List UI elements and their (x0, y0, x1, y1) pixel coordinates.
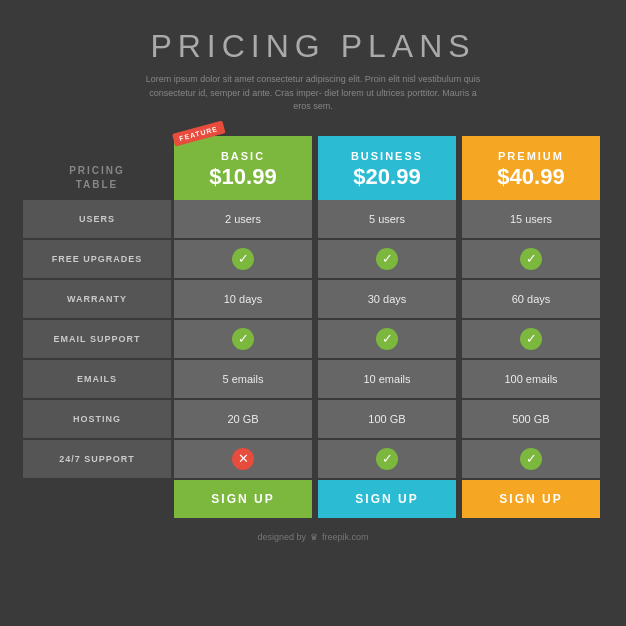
row-cell: 500 GB (462, 400, 600, 438)
check-icon: ✓ (376, 328, 398, 350)
table-row: EMAIL SUPPORT✓✓✓ (23, 320, 603, 358)
table-row: FREE UPGRADES✓✓✓ (23, 240, 603, 278)
row-label: 24/7 SUPPORT (23, 440, 171, 478)
subtitle: Lorem ipsum dolor sit amet consectetur a… (143, 73, 483, 114)
row-cell: 100 GB (318, 400, 456, 438)
crown-icon: ♛ (310, 532, 318, 542)
row-cell: ✕ (174, 440, 312, 478)
main-title: PRICING PLANS (20, 28, 606, 65)
check-icon: ✓ (520, 448, 542, 470)
plan-header-business: BUSINESS $20.99 (318, 136, 456, 200)
plan-price-basic: $10.99 (182, 164, 304, 190)
row-cell: ✓ (318, 240, 456, 278)
table-row: USERS2 users5 users15 users (23, 200, 603, 238)
signup-row: SIGN UP SIGN UP SIGN UP (23, 480, 603, 518)
table-label: PRICINGTABLE (23, 156, 171, 200)
cross-icon: ✕ (232, 448, 254, 470)
row-cell: 5 emails (174, 360, 312, 398)
footer-text: designed by (257, 532, 306, 542)
plan-name-premium: PREMIUM (470, 150, 592, 162)
row-cell: 10 emails (318, 360, 456, 398)
row-cell: 60 days (462, 280, 600, 318)
row-cell: 5 users (318, 200, 456, 238)
signup-premium[interactable]: SIGN UP (462, 480, 600, 518)
check-icon: ✓ (376, 248, 398, 270)
row-cell: ✓ (174, 240, 312, 278)
signup-business[interactable]: SIGN UP (318, 480, 456, 518)
plan-price-business: $20.99 (326, 164, 448, 190)
table-body: USERS2 users5 users15 usersFREE UPGRADES… (23, 200, 603, 478)
plan-header-premium: PREMIUM $40.99 (462, 136, 600, 200)
row-cell: 2 users (174, 200, 312, 238)
table-row: 24/7 SUPPORT✕✓✓ (23, 440, 603, 478)
plan-price-premium: $40.99 (470, 164, 592, 190)
plan-name-business: BUSINESS (326, 150, 448, 162)
brand-name: freepik.com (322, 532, 369, 542)
table-header-row: PRICINGTABLE FEATURE BASIC $10.99 BUSINE… (23, 136, 603, 200)
row-label: USERS (23, 200, 171, 238)
check-icon: ✓ (376, 448, 398, 470)
table-row: EMAILS5 emails10 emails100 emails (23, 360, 603, 398)
row-cell: 100 emails (462, 360, 600, 398)
row-label: WARRANTY (23, 280, 171, 318)
row-label: EMAILS (23, 360, 171, 398)
check-icon: ✓ (232, 328, 254, 350)
check-icon: ✓ (520, 248, 542, 270)
pricing-table: PRICINGTABLE FEATURE BASIC $10.99 BUSINE… (23, 136, 603, 518)
table-row: HOSTING20 GB100 GB500 GB (23, 400, 603, 438)
row-cell: ✓ (174, 320, 312, 358)
row-cell: 10 days (174, 280, 312, 318)
footer: designed by ♛ freepik.com (257, 532, 368, 542)
row-cell: ✓ (462, 320, 600, 358)
row-cell: 15 users (462, 200, 600, 238)
row-cell: 20 GB (174, 400, 312, 438)
row-cell: ✓ (462, 240, 600, 278)
row-label: HOSTING (23, 400, 171, 438)
row-cell: ✓ (318, 320, 456, 358)
signup-basic[interactable]: SIGN UP (174, 480, 312, 518)
check-icon: ✓ (520, 328, 542, 350)
plan-name-basic: BASIC (182, 150, 304, 162)
plan-header-basic: FEATURE BASIC $10.99 (174, 136, 312, 200)
header-section: PRICING PLANS Lorem ipsum dolor sit amet… (0, 0, 626, 128)
check-icon: ✓ (232, 248, 254, 270)
row-cell: ✓ (462, 440, 600, 478)
row-cell: ✓ (318, 440, 456, 478)
row-cell: 30 days (318, 280, 456, 318)
row-label: EMAIL SUPPORT (23, 320, 171, 358)
row-label: FREE UPGRADES (23, 240, 171, 278)
table-row: WARRANTY10 days30 days60 days (23, 280, 603, 318)
